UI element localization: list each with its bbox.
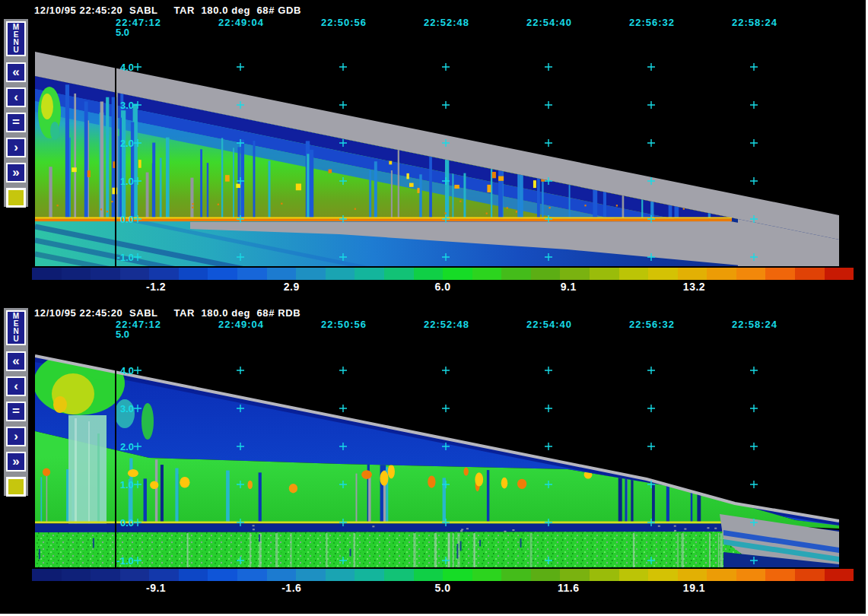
colorbar-cell <box>296 569 326 581</box>
colorbar-cell <box>267 569 297 581</box>
colorbar-cell <box>384 569 414 581</box>
colorbar-cell <box>501 569 531 581</box>
time-tick-label: 22:50:56 <box>321 319 367 330</box>
pause-button[interactable]: = <box>6 402 26 421</box>
colorbar-cell <box>765 569 795 581</box>
colorbar-tick-label: 9.1 <box>561 281 577 293</box>
altitude-tick-label: 2.0 <box>120 138 134 149</box>
colorbar-cell <box>795 268 825 280</box>
time-tick-label: 22:54:40 <box>526 17 572 28</box>
colorbar-cell <box>267 268 297 280</box>
colorbar-cell <box>825 569 854 581</box>
fast-forward-button[interactable]: » <box>6 452 26 472</box>
below-surface-region <box>35 219 839 266</box>
time-tick-label: 22:52:48 <box>424 319 469 330</box>
colorbar-tick-label: -1.2 <box>146 281 166 293</box>
colorbar-cell <box>531 268 561 280</box>
rewind-button[interactable]: « <box>6 62 26 82</box>
altitude-tick-label: -1.0 <box>117 252 134 263</box>
colorbar-cell <box>384 268 414 280</box>
panel-title: 12/10/95 22:45:20 SABL TAR 180.0 deg 68#… <box>34 5 301 16</box>
screenshot-page: 12/10/95 22:45:20 SABL TAR 180.0 deg 68#… <box>0 0 868 616</box>
colorbar-tick-label: -1.6 <box>281 582 301 594</box>
color-swatch-button[interactable] <box>6 477 26 497</box>
colorbar-cell <box>120 268 150 280</box>
lidar-panel-gdb: 12/10/95 22:45:20 SABL TAR 180.0 deg 68#… <box>0 0 866 301</box>
time-tick-label: 22:58:24 <box>732 319 777 330</box>
colorbar-cell <box>208 569 237 581</box>
colorbar-cell <box>237 569 267 581</box>
rewind-button[interactable]: « <box>6 351 26 371</box>
altitude-tick-label: 1.0 <box>120 479 134 491</box>
time-tick-label: 22:56:32 <box>629 319 675 330</box>
time-tick-label: 22:49:04 <box>218 17 264 28</box>
colorbar-cell <box>560 268 590 280</box>
lidar-curtain-plot[interactable]: 4.03.02.01.00.0-1.0 <box>35 46 839 266</box>
colorbar-cell <box>120 569 150 581</box>
menu-button[interactable]: MENU <box>6 21 26 56</box>
colorbar-cell <box>326 569 355 581</box>
colorbar-cell <box>765 268 795 280</box>
colorbar-cell <box>149 268 179 280</box>
colorbar-cell <box>678 268 707 280</box>
colorbar-cell <box>707 569 736 581</box>
colorbar-cell <box>825 268 854 280</box>
time-tick-label: 22:50:56 <box>321 17 367 28</box>
colorbar-cell <box>414 268 444 280</box>
colorbar-tick-label: 6.0 <box>435 281 451 293</box>
colorbar-cell <box>678 569 707 581</box>
time-tick-label: 22:49:04 <box>218 319 264 330</box>
time-tick-label: 22:56:32 <box>629 17 675 28</box>
colorbar-cell <box>62 268 91 280</box>
colorbar-cell <box>32 268 62 280</box>
colorbar-cell <box>619 569 649 581</box>
altitude-tick-label: 3.0 <box>120 100 134 111</box>
colorbar-cell <box>443 268 472 280</box>
colorbar-cell <box>91 268 120 280</box>
colorbar-cell <box>179 569 208 581</box>
colorbar-cell <box>648 268 678 280</box>
time-tick-label: 22:58:24 <box>732 17 777 28</box>
altitude-tick-label: 3.0 <box>120 403 134 414</box>
colorbar-cell <box>355 268 384 280</box>
menu-sidebar: MENU « ‹ = › » <box>4 308 28 496</box>
colorbar-cell <box>590 268 619 280</box>
altitude-tick-label: 0.0 <box>120 214 134 225</box>
panel-title: 12/10/95 22:45:20 SABL TAR 180.0 deg 68#… <box>34 307 300 319</box>
colorbar-cell <box>560 569 590 581</box>
step-back-button[interactable]: ‹ <box>6 376 26 396</box>
altitude-tick-label: -1.0 <box>117 555 134 567</box>
altitude-top-label: 5.0 <box>116 329 129 340</box>
colorbar-cell <box>149 569 179 581</box>
colorbar-tick-label: 2.9 <box>284 281 300 293</box>
colorbar-cell <box>648 569 678 581</box>
colorbar-cell <box>208 268 237 280</box>
colorbar-cell <box>590 569 619 581</box>
pause-button[interactable]: = <box>6 113 26 132</box>
color-swatch-button[interactable] <box>6 188 26 208</box>
time-tick-label: 22:54:40 <box>526 319 572 330</box>
time-cursor[interactable] <box>115 351 116 567</box>
subsurface-noise-region <box>35 532 753 567</box>
altitude-tick-label: 0.0 <box>120 517 134 529</box>
step-back-button[interactable]: ‹ <box>6 87 26 107</box>
colorbar-tick-label: 5.0 <box>435 582 451 594</box>
step-forward-button[interactable]: › <box>6 138 26 157</box>
surface-return-line <box>35 522 753 524</box>
colorbar <box>32 569 854 581</box>
colorbar-cell <box>707 268 736 280</box>
menu-button[interactable]: MENU <box>6 310 26 345</box>
time-cursor[interactable] <box>115 49 116 266</box>
time-tick-label: 22:52:48 <box>424 17 469 28</box>
fast-forward-button[interactable]: » <box>6 163 26 183</box>
colorbar-cell <box>355 569 384 581</box>
colorbar-cell <box>619 268 649 280</box>
colorbar <box>32 268 854 280</box>
colorbar-cell <box>91 569 120 581</box>
colorbar-cell <box>326 268 355 280</box>
colorbar-tick-label: 13.2 <box>683 281 705 293</box>
colorbar-tick-label: -9.1 <box>146 582 166 594</box>
step-forward-button[interactable]: › <box>6 427 26 446</box>
time-axis: 22:47:1222:49:0422:50:5622:52:4822:54:40… <box>0 17 866 27</box>
lidar-curtain-plot[interactable]: 4.03.02.01.00.0-1.0 <box>35 342 839 567</box>
